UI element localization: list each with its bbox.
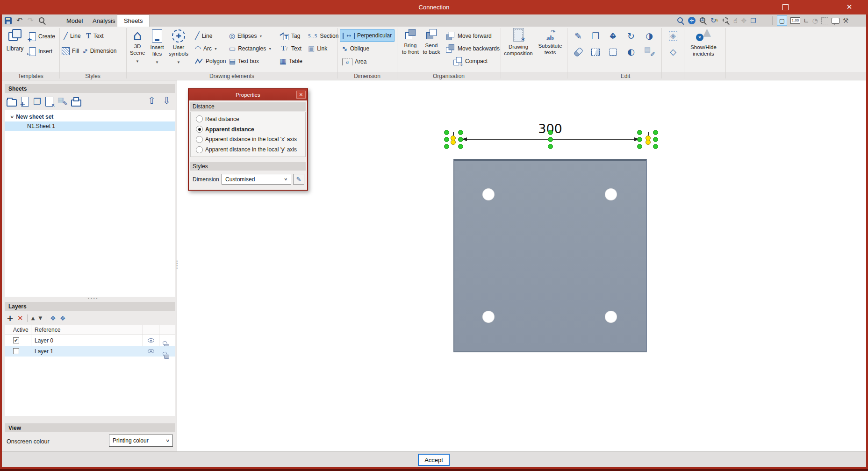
maximize-button[interactable] [778, 1, 793, 13]
selection-handle[interactable] [548, 144, 553, 149]
send-to-back-button[interactable]: Send to back [421, 29, 442, 56]
add-layer-icon[interactable]: + [7, 314, 14, 322]
edit-dimension-style-button[interactable]: ✎ [293, 174, 304, 185]
plate-hole[interactable] [605, 188, 617, 200]
copy-button[interactable]: ❐ [589, 30, 602, 42]
wireframe-icon[interactable]: ▢ [777, 15, 787, 26]
plate-hole[interactable] [482, 188, 495, 200]
move-sheet-up-icon[interactable]: ⇧ [148, 96, 156, 105]
polygon-button[interactable]: Polygon [195, 56, 226, 67]
radio-apparent-distance-x[interactable]: Apparent distance in the local 'x' axis [196, 136, 305, 143]
substitute-texts-button[interactable]: ↷ab Substitute texts [535, 28, 566, 56]
tab-analysis[interactable]: Analysis [87, 14, 121, 27]
move-button[interactable]: ↔↕ [607, 30, 619, 42]
move-backwards-button[interactable]: Move backwards [445, 43, 500, 54]
bring-to-front-button[interactable]: Bring to front [400, 29, 421, 56]
selection-handle[interactable] [653, 137, 658, 142]
insert-button[interactable]: ← Insert [29, 46, 52, 57]
properties-dialog-titlebar[interactable]: Properties ✕ [189, 89, 307, 100]
dimension-style-button[interactable]: ↔ Dimension [82, 45, 116, 57]
merge-layer-up-icon[interactable]: ❖ [50, 315, 56, 321]
rectangles-button[interactable]: ▭ Rectangles ▼ [229, 43, 272, 54]
redo-icon[interactable]: ↷ [27, 17, 33, 24]
selection-handle[interactable] [444, 137, 449, 142]
chevron-down-icon[interactable]: ▼ [259, 35, 262, 38]
orbit-icon[interactable]: ✥ [741, 17, 747, 24]
edit-points-button[interactable] [589, 46, 602, 58]
save-icon[interactable] [5, 17, 12, 24]
line-button[interactable]: ╱ Line [195, 30, 212, 42]
chevron-down-icon[interactable]: ∨ [10, 115, 14, 119]
selection-handle[interactable] [458, 137, 463, 142]
selection-region-icon[interactable] [821, 17, 828, 24]
radio-icon[interactable] [196, 146, 203, 153]
mirror-horizontal-button[interactable]: ◐ [625, 46, 637, 58]
create-button[interactable]: + Create [29, 31, 55, 42]
sheet-set-node[interactable]: ∨ New sheet set [5, 112, 175, 121]
angle-icon[interactable]: ∟ [803, 17, 809, 24]
cube-selection-button[interactable]: ◈ [667, 30, 679, 42]
selection-handle[interactable] [458, 130, 463, 135]
move-forward-button[interactable]: Move forward [445, 30, 492, 42]
radio-icon[interactable] [196, 136, 203, 143]
selection-handle[interactable] [637, 130, 642, 135]
compact-button[interactable]: ⇩ Compact [452, 56, 488, 67]
comment-icon[interactable] [832, 18, 839, 24]
chevron-down-icon[interactable]: ▼ [136, 59, 139, 64]
ellipses-button[interactable]: ◎ Ellipses ▼ [229, 30, 262, 42]
zoom-scale-icon[interactable]: x2 [699, 17, 707, 24]
panel-splitter-horizontal[interactable]: ▪▪▪▪ [79, 296, 108, 300]
delete-sheet-icon[interactable]: ✕ [45, 97, 53, 107]
library-button[interactable]: Library [3, 29, 27, 52]
eye-icon[interactable] [148, 349, 154, 353]
show-hide-incidents-button[interactable]: ▲ ✕ Show/Hide incidents [685, 28, 722, 57]
pan-icon[interactable]: ☝ [733, 17, 738, 24]
delete-layer-icon[interactable]: ✕ [17, 315, 23, 322]
zoom-previous-icon[interactable] [677, 17, 684, 24]
onscreen-colour-select[interactable]: Printing colour ∨ [109, 435, 173, 447]
scale-button[interactable] [607, 46, 619, 58]
line-style-button[interactable]: ╱ Line [64, 30, 81, 42]
oblique-button[interactable]: ↔ Oblique [342, 43, 369, 55]
table-button[interactable]: ▦ Table [280, 56, 302, 67]
chevron-down-icon[interactable]: ▼ [268, 47, 272, 50]
dialog-close-button[interactable]: ✕ [296, 91, 306, 99]
accept-button[interactable]: Accept [418, 454, 450, 466]
grip-handle[interactable] [646, 140, 651, 145]
format-painter-button[interactable]: ▤✐ [643, 46, 655, 58]
lock-icon[interactable] [164, 355, 169, 359]
radio-icon-selected[interactable] [196, 126, 203, 133]
add-sheet-icon[interactable]: + [21, 97, 29, 107]
text-style-button[interactable]: T Text [86, 30, 104, 42]
selection-handle[interactable] [444, 144, 449, 149]
text-button[interactable]: TI Text [280, 43, 301, 54]
grip-handle[interactable] [451, 140, 456, 145]
cube-button[interactable]: ◇ [667, 46, 679, 58]
table-row[interactable]: ✔ Layer 0 [5, 335, 175, 346]
selection-handle[interactable] [444, 130, 449, 135]
radio-real-distance[interactable]: Real distance [196, 115, 305, 122]
merge-layer-down-icon[interactable]: ❖ [60, 315, 66, 321]
selection-handle[interactable] [637, 137, 642, 142]
table-row[interactable]: Layer 1 [5, 346, 175, 357]
mirror-vertical-button[interactable]: ◑ [643, 30, 655, 42]
drawing-composition-button[interactable]: Drawing composition [504, 28, 533, 57]
move-layer-down-icon[interactable]: ▼ [38, 316, 42, 321]
selection-handle[interactable] [548, 137, 553, 142]
tools-icon[interactable]: ⚒ [843, 17, 849, 24]
layer-active-checkbox[interactable] [13, 348, 19, 354]
edit-pencil-button[interactable]: ✎ [572, 30, 584, 42]
selection-handle[interactable] [458, 144, 463, 149]
plate-hole[interactable] [605, 311, 617, 323]
tag-button[interactable]: T Tag [280, 30, 300, 42]
radio-apparent-distance-y[interactable]: Apparent distance in the local 'y' axis [196, 146, 305, 153]
dimension-style-select[interactable]: Customised ∨ [222, 174, 291, 185]
selection-handle[interactable] [653, 144, 658, 149]
layer-active-checkbox[interactable]: ✔ [13, 337, 19, 343]
copy-sheet-icon[interactable]: ❐ [33, 97, 41, 106]
3d-scene-button[interactable]: ⌂ 3D Scene ▼ [127, 28, 148, 64]
user-symbols-button[interactable]: ✚ User symbols ▼ [167, 28, 190, 64]
tab-sheets[interactable]: Sheets [117, 14, 150, 27]
move-layer-up-icon[interactable]: ▲ [31, 316, 35, 321]
column-header-active[interactable]: Active [13, 327, 29, 333]
